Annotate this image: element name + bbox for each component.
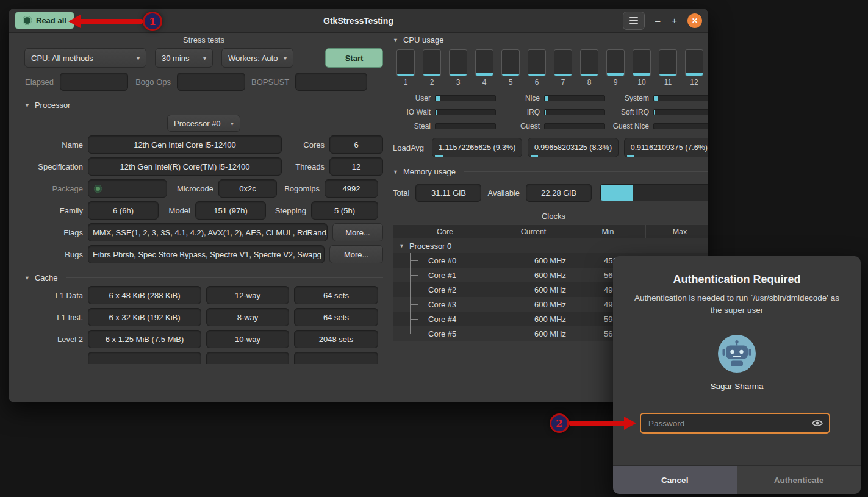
close-button[interactable]: ✕: [687, 13, 702, 28]
core-meter-label: 4: [482, 78, 487, 87]
core-meter-fill: [397, 74, 414, 76]
window-controls: – + ✕: [623, 12, 702, 30]
core-meter-fill: [607, 73, 624, 76]
core-meter-gauge: [396, 49, 415, 76]
cores-label: Cores: [287, 140, 325, 149]
cpu-stat-fill: [436, 110, 437, 115]
cancel-button[interactable]: Cancel: [613, 466, 737, 494]
cache-ways-field: 8-way: [206, 308, 289, 326]
column-max[interactable]: Max: [646, 225, 708, 238]
elapsed-field[interactable]: [60, 73, 128, 91]
stress-panel: Stress tests CPU: All methods ▾ 30 mins …: [24, 35, 383, 364]
processor-selector-dropdown[interactable]: Processor #0 ▾: [167, 115, 240, 132]
memory-usage-fill: [601, 185, 633, 201]
read-all-label: Read all: [36, 16, 66, 25]
family-field: 6 (6h): [88, 201, 159, 220]
show-password-button[interactable]: [808, 419, 823, 427]
stress-tests-title: Stress tests: [24, 35, 383, 45]
column-min[interactable]: Min: [570, 225, 646, 238]
memory-row: Total 31.11 GiB Available 22.28 GiB: [393, 184, 708, 202]
column-current[interactable]: Current: [497, 225, 570, 238]
tree-branch: [410, 312, 421, 326]
authenticate-button[interactable]: Authenticate: [737, 466, 861, 494]
core-current-freq: 600 MHz: [497, 315, 570, 324]
read-all-icon: [23, 16, 32, 25]
cpu-stat-fill: [654, 110, 655, 115]
annotation-arrowhead-1: [68, 15, 81, 28]
menu-button[interactable]: [623, 12, 645, 30]
minimize-button[interactable]: –: [654, 15, 661, 26]
chevron-down-icon: ▾: [137, 55, 140, 62]
maximize-button[interactable]: +: [670, 15, 678, 26]
core-meter-gauge: [580, 49, 598, 76]
cpu-stat-label: Nice: [502, 94, 540, 102]
cache-size-field: 6 x 32 KiB (192 KiB): [88, 308, 201, 326]
expander-arrow-icon: ▼: [24, 102, 30, 109]
cpu-stat-label: System: [611, 94, 649, 102]
memory-total-label: Total: [393, 188, 409, 198]
memory-usage-expander[interactable]: ▼ Memory usage: [393, 167, 708, 176]
cache-row-label: L1 Inst.: [24, 313, 83, 322]
core-cell: Core #0: [393, 253, 497, 268]
dialog-title: Authentication Required: [613, 273, 861, 286]
processor-section-expander[interactable]: ▼ Processor: [24, 101, 383, 110]
start-button[interactable]: Start: [325, 48, 383, 68]
loadavg-row: LoadAvg 1.11572265625 (9.3%) 0.996582031…: [393, 138, 708, 157]
cpu-stat-bars: User Nice System: [393, 94, 708, 131]
user-avatar: [717, 334, 756, 373]
read-all-button[interactable]: Read all: [15, 12, 74, 29]
cache-sets-field: 64 sets: [294, 308, 378, 326]
specification-label: Specification: [24, 162, 83, 171]
memory-available-field: 22.28 GiB: [526, 184, 592, 202]
cpu-stat-fill: [545, 96, 548, 101]
cache-section-title: Cache: [35, 273, 58, 282]
cpu-stat-label: Soft IRQ: [611, 108, 649, 116]
core-cell: Core #3: [393, 297, 497, 312]
bogo-ops-field[interactable]: [177, 73, 245, 91]
cpu-core-meter: 10: [633, 49, 651, 87]
stepping-field: 5 (5h): [311, 201, 378, 220]
cpu-stat-label: IRQ: [502, 108, 540, 116]
bugs-more-button[interactable]: More...: [329, 245, 383, 263]
cpu-stat-fill: [436, 96, 440, 101]
core-meter-label: 7: [561, 78, 565, 87]
clocks-title: Clocks: [393, 212, 708, 221]
core-meter-fill: [659, 74, 676, 76]
processor-group-row[interactable]: ▼ Processor 0: [393, 238, 708, 253]
workers-dropdown[interactable]: Workers: Auto ▾: [221, 48, 293, 68]
password-input[interactable]: [647, 418, 808, 429]
bogomips-label: Bogomips: [282, 184, 320, 193]
cpu-stat-fill: [654, 96, 658, 101]
cpu-stat-bar: [653, 95, 708, 101]
core-meter-label: 2: [430, 78, 434, 87]
hamburger-icon: [629, 16, 638, 26]
package-label: Package: [24, 184, 83, 193]
package-info-icon: [94, 185, 102, 193]
cpu-stat-bar: [544, 95, 605, 101]
duration-dropdown[interactable]: 30 mins ▾: [155, 48, 213, 68]
bopsust-field[interactable]: [295, 73, 367, 91]
duration-value: 30 mins: [162, 54, 190, 63]
loadavg-values: 1.11572265625 (9.3%) 0.99658203125 (8.3%…: [432, 138, 708, 157]
microcode-label: Microcode: [172, 184, 213, 193]
annotation-arrow-2: [569, 421, 625, 426]
core-meter-fill: [476, 73, 493, 76]
cache-size-field: 6 x 48 KiB (288 KiB): [88, 286, 201, 304]
bogo-ops-label: Bogo Ops: [134, 77, 171, 87]
cpu-stat-fill: [545, 110, 546, 115]
cpu-stat-bar: [435, 109, 496, 115]
column-core[interactable]: Core: [393, 225, 497, 238]
cache-row-label: Level 2: [24, 335, 83, 344]
dialog-buttons: Cancel Authenticate: [613, 465, 861, 494]
cache-section-expander[interactable]: ▼ Cache: [24, 273, 383, 282]
core-name: Core #5: [428, 329, 456, 338]
cpu-usage-expander[interactable]: ▼ CPU usage: [393, 35, 708, 45]
flags-more-button[interactable]: More...: [332, 223, 383, 241]
cpu-method-dropdown[interactable]: CPU: All methods ▾: [24, 48, 146, 68]
clocks-table-header: Core Current Min Max: [393, 224, 708, 238]
tree-expander-icon[interactable]: ▼: [399, 243, 404, 249]
flags-label: Flags: [24, 228, 83, 237]
cpu-stat: IO Wait: [393, 108, 496, 116]
core-name: Core #3: [428, 300, 456, 309]
tree-branch: [410, 297, 421, 312]
